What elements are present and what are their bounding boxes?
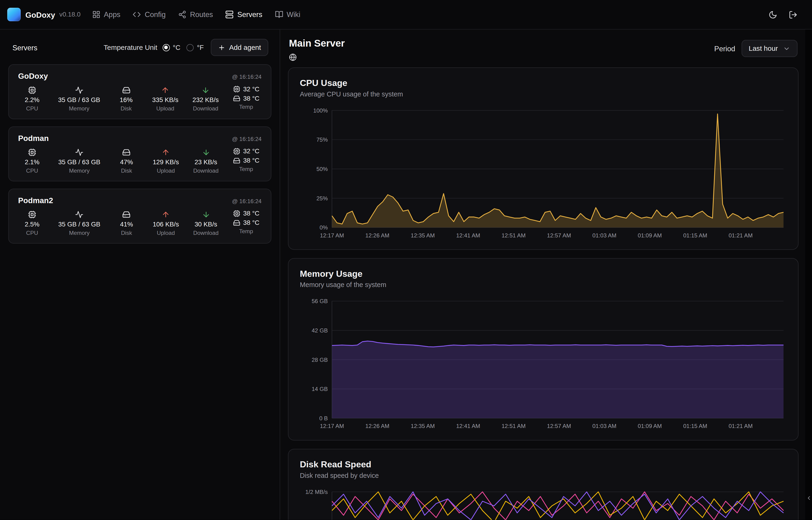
svg-text:12:26 AM: 12:26 AM	[365, 423, 389, 429]
memory-value: 35 GB / 63 GB	[58, 97, 100, 104]
svg-text:12:57 AM: 12:57 AM	[547, 232, 571, 239]
svg-text:12:41 AM: 12:41 AM	[456, 232, 480, 239]
stat-upload: 129 KB/s Upload	[153, 148, 179, 174]
disk-chart-title: Disk Read Speed	[300, 460, 787, 470]
cpu-temp-icon	[233, 210, 240, 217]
svg-text:1/2 MB/s: 1/2 MB/s	[305, 489, 328, 495]
svg-text:25%: 25%	[316, 195, 328, 202]
svg-text:12:26 AM: 12:26 AM	[365, 232, 389, 239]
server-card-podman2[interactable]: Podman2 @ 16:16:24 2.5% CPU 35 GB / 63 G…	[8, 189, 272, 244]
grid-icon	[92, 10, 100, 19]
cpu-icon	[28, 86, 36, 94]
svg-text:01:09 AM: 01:09 AM	[638, 423, 662, 429]
logout-button[interactable]	[789, 10, 797, 19]
download-label: Download	[193, 167, 219, 174]
moon-icon	[768, 10, 777, 19]
server-timestamp: @ 16:16:24	[232, 198, 261, 204]
memory-label: Memory	[69, 167, 90, 174]
disk-temp-icon	[233, 95, 240, 102]
hard-drive-icon	[122, 148, 131, 157]
temp-label: Temp	[239, 166, 253, 172]
radio-fahrenheit-control[interactable]	[187, 44, 194, 51]
cpu-temp-value: 32 °C	[243, 148, 259, 155]
download-label: Download	[193, 105, 218, 111]
svg-text:01:21 AM: 01:21 AM	[729, 232, 753, 239]
wiki-icon	[275, 10, 283, 19]
download-arrow-icon	[201, 86, 210, 94]
servers-sidebar: Servers Temperature Unit °C °F Add agent	[0, 30, 280, 520]
memory-label: Memory	[69, 230, 90, 236]
hard-drive-icon	[122, 86, 130, 94]
radio-celsius-control[interactable]	[163, 44, 170, 51]
main-content: Main Server Period Last hour CPU Usage A…	[280, 30, 812, 520]
svg-text:56 GB: 56 GB	[312, 298, 328, 304]
period-select[interactable]: Last hour	[741, 40, 797, 57]
add-agent-label: Add agent	[229, 44, 261, 51]
svg-text:0 B: 0 B	[319, 415, 328, 421]
stat-temp: 38 °C 38 °C Temp	[233, 210, 259, 234]
upload-label: Upload	[157, 167, 175, 174]
server-card-godoxy[interactable]: GoDoxy @ 16:16:24 2.2% CPU 35 GB / 63 GB	[8, 64, 272, 119]
memory-usage-card: Memory Usage Memory usage of the system …	[288, 258, 799, 441]
godoxy-logo	[7, 8, 21, 21]
upload-arrow-icon	[162, 148, 170, 157]
svg-text:0%: 0%	[319, 224, 328, 231]
add-agent-button[interactable]: Add agent	[211, 39, 268, 56]
nav-item-config[interactable]: Config	[133, 10, 166, 19]
server-name: Podman	[18, 134, 49, 142]
temperature-unit-label: Temperature Unit	[104, 44, 157, 51]
stat-cpu: 2.2% CPU	[20, 85, 44, 111]
nav-label: Routes	[190, 10, 213, 19]
disk-label: Disk	[120, 105, 132, 111]
chevron-left-icon	[806, 495, 812, 501]
cpu-label: CPU	[26, 230, 38, 236]
app-version: v0.18.0	[59, 11, 81, 18]
memory-value: 35 GB / 63 GB	[58, 159, 100, 166]
cpu-label: CPU	[26, 105, 38, 111]
servers-icon	[225, 10, 234, 19]
disk-label: Disk	[121, 167, 132, 174]
svg-text:01:09 AM: 01:09 AM	[638, 232, 662, 239]
svg-text:100%: 100%	[313, 107, 328, 114]
stat-memory: 35 GB / 63 GB Memory	[58, 85, 100, 111]
disk-temp-value: 38 °C	[243, 157, 259, 164]
radio-fahrenheit[interactable]: °F	[187, 44, 204, 51]
memory-chart-title: Memory Usage	[300, 269, 787, 279]
page-title: Main Server	[289, 38, 345, 49]
disk-chart-subtitle: Disk read speed by device	[300, 471, 787, 479]
nav-item-apps[interactable]: Apps	[92, 10, 120, 19]
temp-label: Temp	[239, 104, 253, 110]
main-nav: Apps Config Routes Servers Wiki	[92, 10, 300, 19]
nav-item-wiki[interactable]: Wiki	[275, 10, 300, 19]
theme-toggle-button[interactable]	[768, 10, 777, 19]
cpu-value: 2.1%	[25, 159, 39, 166]
server-card-podman[interactable]: Podman @ 16:16:24 2.1% CPU 35 GB / 63 GB	[8, 127, 272, 181]
svg-text:28 GB: 28 GB	[312, 357, 328, 363]
stat-download: 23 KB/s Download	[193, 148, 219, 174]
download-value: 232 KB/s	[193, 97, 219, 104]
nav-label: Apps	[104, 10, 120, 19]
memory-value: 35 GB / 63 GB	[58, 221, 100, 228]
activity-icon	[75, 86, 83, 94]
upload-arrow-icon	[162, 210, 170, 219]
panel-collapse-handle[interactable]	[805, 30, 812, 520]
stat-memory: 35 GB / 63 GB Memory	[58, 148, 100, 174]
stat-temp: 32 °C 38 °C Temp	[233, 148, 259, 172]
cpu-temp-value: 32 °C	[243, 85, 259, 93]
nav-item-servers[interactable]: Servers	[225, 10, 262, 19]
svg-text:01:03 AM: 01:03 AM	[592, 232, 616, 239]
download-arrow-icon	[202, 210, 210, 219]
cpu-value: 2.2%	[25, 97, 39, 104]
disk-read-speed-card: Disk Read Speed Disk read speed by devic…	[288, 449, 799, 520]
svg-text:50%: 50%	[316, 166, 328, 172]
upload-value: 106 KB/s	[153, 221, 179, 228]
cpu-temp-icon	[233, 85, 240, 93]
stat-cpu: 2.5% CPU	[20, 210, 44, 236]
download-value: 23 KB/s	[195, 159, 217, 166]
chevron-down-icon	[783, 45, 790, 52]
nav-item-routes[interactable]: Routes	[178, 10, 213, 19]
radio-celsius[interactable]: °C	[163, 44, 180, 51]
stat-disk: 47% Disk	[115, 148, 138, 174]
stat-download: 232 KB/s Download	[193, 85, 219, 111]
sidebar-title: Servers	[12, 43, 37, 52]
